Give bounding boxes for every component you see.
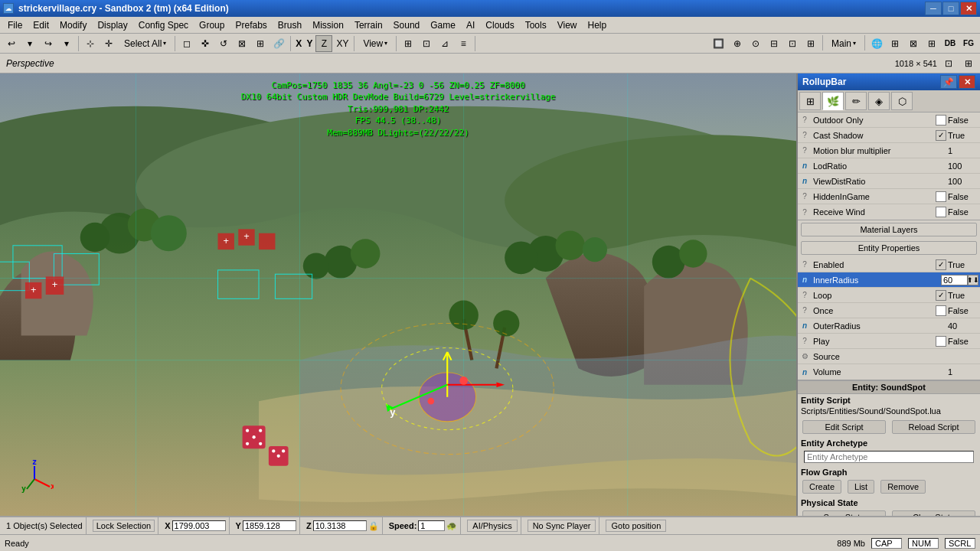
prop-enabled-check[interactable]: ✓ [936,259,946,270]
tb-extra4[interactable]: ⊞ [923,35,940,52]
scale-button[interactable]: ⊠ [234,35,250,52]
maximize-view-button[interactable]: ⊡ [940,55,957,72]
rtab-objects[interactable]: ⊞ [799,92,821,110]
rtab-extra[interactable]: ⬡ [891,92,913,110]
speed-input[interactable] [418,520,445,531]
tb-more[interactable]: ≡ [455,35,472,52]
tb-extra2[interactable]: ⊞ [887,35,903,52]
menu-config-spec[interactable]: Config Spec [134,18,193,32]
menu-tools[interactable]: Tools [521,18,551,32]
rotate-button[interactable]: ↺ [215,35,232,52]
menu-sound[interactable]: Sound [389,18,425,32]
lock-selection-button[interactable]: Lock Selection [93,520,155,532]
prop-loop-check[interactable]: ✓ [936,290,946,301]
menu-group[interactable]: Group [194,18,229,32]
select-button[interactable]: ◻ [178,35,195,52]
prop-enabled: ? Enabled ✓ True [798,257,980,272]
menu-file[interactable]: File [3,18,27,32]
entity-archetype-input[interactable] [804,451,974,463]
transform-button[interactable]: ⊞ [252,35,269,52]
move-button[interactable]: ✜ [197,35,214,52]
reload-script-button[interactable]: Reload Script [892,420,975,434]
viewport[interactable]: + + + + y CamPos=1750 1 [0,73,796,516]
x-input[interactable] [172,520,226,531]
menu-help[interactable]: Help [583,18,611,32]
flow-graph-list-button[interactable]: List [848,480,874,494]
coord-z[interactable]: Z [315,35,332,52]
flow-graph-remove-button[interactable]: Remove [880,480,926,494]
prop-cast-shadow-check[interactable]: ✓ [936,130,946,141]
maximize-button[interactable]: □ [942,2,959,15]
close-button[interactable]: ✕ [960,2,977,15]
menu-game[interactable]: Game [426,18,460,32]
titlebar-controls[interactable]: ─ □ ✕ [925,2,977,15]
tb-grid[interactable]: ⊡ [418,35,435,52]
svg-point-41 [428,398,435,405]
prop-inner-radius[interactable]: n InnerRadius ⬆⬇ [798,272,980,288]
menu-terrain[interactable]: Terrain [350,18,387,32]
menu-view[interactable]: View [553,18,582,32]
save-state-button[interactable]: Save State [802,510,886,516]
redo-dropdown[interactable]: ▾ [58,35,75,52]
redo-button[interactable]: ↪ [40,35,57,52]
main-dropdown[interactable]: Main ▾ [826,35,861,52]
coord-xy[interactable]: XY [334,35,351,52]
prop-once-check[interactable] [936,305,946,316]
rtab-display[interactable]: ✏ [845,92,867,110]
select-all-button[interactable]: Select All ▾ [119,35,172,52]
tb-db[interactable]: DB [942,35,959,52]
rtab-lighting[interactable]: ◈ [868,92,890,110]
tb-angle[interactable]: ⊿ [436,35,453,52]
menu-modify[interactable]: Modify [55,18,91,32]
clear-state-button[interactable]: Clear State [892,510,975,516]
z-coord-segment: Z 🔒 [303,517,383,534]
prop-hidden-name: HiddenInGame [812,192,936,201]
menu-clouds[interactable]: Clouds [481,18,518,32]
no-sync-player-button[interactable]: No Sync Player [528,520,596,532]
tb-extra3[interactable]: ⊠ [905,35,922,52]
minimize-button[interactable]: ─ [925,2,942,15]
svg-point-10 [303,253,329,279]
prop-receive-wind-check[interactable] [936,207,946,217]
tb-snap[interactable]: ⊞ [400,35,416,52]
prop-hidden-check[interactable] [936,191,946,202]
fullscreen-button[interactable]: ⊞ [960,55,977,72]
tb-r3[interactable]: ⊙ [747,35,764,52]
prop-inner-radius-spinner[interactable]: ⬆⬇ [968,275,978,285]
tb-r2[interactable]: ⊕ [729,35,746,52]
move-tool[interactable]: ✛ [100,35,117,52]
menu-prefabs[interactable]: Prefabs [230,18,271,32]
menu-ai[interactable]: AI [462,18,479,32]
menu-display[interactable]: Display [93,18,132,32]
y-label: Y [236,521,241,530]
menu-edit[interactable]: Edit [28,18,54,32]
entity-properties-button[interactable]: Entity Properties [801,241,977,255]
rollupbar-close[interactable]: ✕ [959,75,975,89]
y-input[interactable] [243,520,296,531]
z-input[interactable] [313,520,367,531]
undo-dropdown[interactable]: ▾ [21,35,38,52]
tb-r5[interactable]: ⊡ [784,35,801,52]
tb-fg[interactable]: FG [960,35,977,52]
undo-button[interactable]: ↩ [3,35,20,52]
rollupbar-pin[interactable]: 📌 [940,75,957,89]
prop-hidden-icon: ? [799,191,810,202]
edit-script-button[interactable]: Edit Script [802,420,886,434]
menu-mission[interactable]: Mission [308,18,348,32]
cursor-tool[interactable]: ⊹ [82,35,99,52]
tb-extra1[interactable]: 🌐 [868,35,885,52]
rtab-terrain[interactable]: 🌿 [822,92,844,110]
prop-inner-radius-input[interactable] [941,275,968,285]
tb-r6[interactable]: ⊞ [802,35,819,52]
ai-physics-button[interactable]: AI/Physics [467,520,517,532]
link-button[interactable]: 🔗 [270,35,287,52]
tb-r4[interactable]: ⊟ [766,35,782,52]
view-dropdown[interactable]: View ▾ [358,35,393,52]
tb-r1[interactable]: 🔲 [710,35,727,52]
prop-play-check[interactable] [936,336,946,347]
menu-brush[interactable]: Brush [273,18,306,32]
material-layers-button[interactable]: Material Layers [801,223,977,236]
flow-graph-create-button[interactable]: Create [802,480,841,494]
prop-outdoor-only-check[interactable] [936,115,946,126]
goto-position-button[interactable]: Goto position [606,520,666,532]
